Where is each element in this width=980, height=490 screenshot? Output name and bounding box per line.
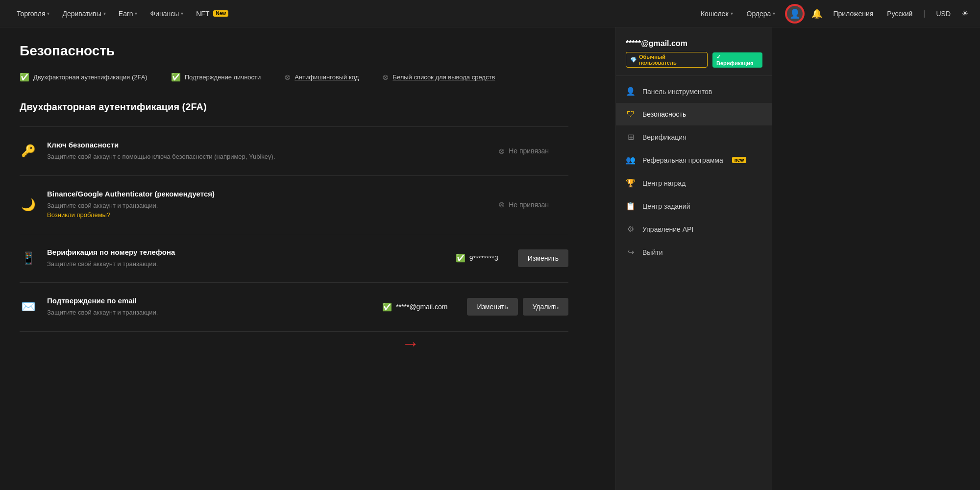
status-whitelist-label[interactable]: Белый список для вывода средств	[392, 74, 495, 81]
chevron-earn: ▾	[135, 11, 137, 16]
nav-orders-label: Ордера	[747, 10, 771, 18]
nav-label-finance: Финансы	[150, 10, 179, 18]
sidebar-item-security[interactable]: 🛡 Безопасность	[616, 103, 772, 125]
sidebar-item-dashboard[interactable]: 👤 Панель инструментов	[616, 80, 772, 103]
security-auth-icon: 🌙	[20, 198, 37, 212]
security-phone-status-icon: ✅	[456, 253, 466, 263]
status-antiphishing-label[interactable]: Антифишинговый код	[294, 74, 359, 81]
status-2fa: ✅ Двухфакторная аутентификация (2FA)	[20, 73, 147, 82]
badge-verification: ✓ Верификация	[712, 52, 762, 68]
nav-item-trading[interactable]: Торговля ▾	[12, 6, 54, 22]
chevron-orders: ▾	[773, 11, 775, 16]
sidebar-item-tasks[interactable]: 📋 Центр заданий	[616, 195, 772, 218]
security-phone-actions: Изменить	[518, 249, 568, 267]
sidebar-badges: 💎 Обычный пользователь ✓ Верификация	[626, 52, 762, 68]
dashboard-icon: 👤	[626, 87, 636, 96]
security-auth-status-label: Не привязан	[509, 201, 549, 209]
verification-icon: ⊞	[626, 132, 636, 142]
sidebar-email-section: *****@gmail.com 💎 Обычный пользователь ✓…	[616, 27, 772, 76]
nav-apps[interactable]: Приложения	[830, 8, 876, 20]
sidebar-item-verification[interactable]: ⊞ Верификация	[616, 125, 772, 148]
notification-bell-icon[interactable]: 🔔	[811, 8, 822, 19]
nav-left: Торговля ▾ Деривативы ▾ Earn ▾ Финансы ▾…	[12, 6, 698, 22]
nav-label-nft: NFT	[196, 10, 209, 18]
shield-icon: 🛡	[626, 110, 636, 119]
phone-change-button[interactable]: Изменить	[518, 249, 568, 267]
security-auth-status-icon: ⊗	[498, 200, 505, 209]
sidebar-item-referral[interactable]: 👥 Реферальная программа new	[616, 148, 772, 172]
security-key-status-icon: ⊗	[498, 147, 505, 156]
avatar-button[interactable]: 👤	[786, 5, 804, 23]
status-whitelist[interactable]: ⊗ Белый список для вывода средств	[382, 73, 495, 82]
main-container: Безопасность ✅ Двухфакторная аутентифика…	[0, 27, 980, 490]
status-whitelist-icon: ⊗	[382, 73, 389, 82]
status-2fa-icon: ✅	[20, 73, 29, 82]
security-key-info: Ключ безопасности Защитите свой аккаунт …	[47, 141, 461, 162]
security-auth-desc: Защитите свой аккаунт и транзакции. Возн…	[47, 201, 461, 220]
nav-item-nft[interactable]: NFT New	[191, 6, 233, 22]
nav-label-earn: Earn	[119, 10, 133, 18]
security-email-status-label: *****@gmail.com	[396, 303, 447, 311]
chevron-trading: ▾	[47, 11, 49, 16]
status-antiphishing[interactable]: ⊗ Антифишинговый код	[284, 73, 359, 82]
nav-language-label: Русский	[887, 10, 912, 18]
security-email-status: ✅ *****@gmail.com	[369, 302, 447, 312]
email-change-button[interactable]: Изменить	[467, 298, 517, 316]
nav-divider: |	[923, 9, 925, 18]
security-email-info: Подтверждение по email Защитите свой акк…	[47, 296, 359, 318]
tasks-icon: 📋	[626, 201, 636, 211]
security-item-auth: 🌙 Binance/Google Authenticator (рекоменд…	[20, 176, 568, 234]
status-antiphishing-icon: ⊗	[284, 73, 291, 82]
email-delete-button[interactable]: Удалить	[523, 298, 568, 316]
sidebar-item-api-label: Управление API	[642, 225, 693, 233]
security-item-email: ✉️ Подтверждение по email Защитите свой …	[20, 283, 568, 332]
badge-user-label: Обычный пользователь	[639, 54, 703, 66]
sidebar-item-api[interactable]: ⚙ Управление API	[616, 218, 772, 241]
security-item-key: 🔑 Ключ безопасности Защитите свой аккаун…	[20, 127, 568, 176]
sidebar-item-verification-label: Верификация	[642, 133, 686, 141]
sidebar-item-tasks-label: Центр заданий	[642, 202, 690, 210]
security-auth-info: Binance/Google Authenticator (рекомендуе…	[47, 190, 461, 220]
security-key-desc: Защитите свой аккаунт с помощью ключа бе…	[47, 152, 461, 162]
security-auth-problem-link[interactable]: Возникли проблемы?	[47, 211, 110, 219]
sidebar-item-logout[interactable]: ↪ Выйти	[616, 241, 772, 264]
rewards-icon: 🏆	[626, 178, 636, 188]
status-identity-icon: ✅	[171, 73, 181, 82]
nav-item-earn[interactable]: Earn ▾	[114, 6, 143, 22]
sidebar-email-text: *****@gmail.com	[626, 39, 762, 48]
sidebar-item-rewards-label: Центр наград	[642, 179, 686, 187]
security-email-status-icon: ✅	[382, 302, 392, 312]
chevron-finance: ▾	[181, 11, 183, 16]
security-key-status-label: Не привязан	[509, 147, 549, 155]
security-email-name: Подтверждение по email	[47, 296, 359, 305]
api-icon: ⚙	[626, 224, 636, 234]
status-bar: ✅ Двухфакторная аутентификация (2FA) ✅ П…	[20, 73, 568, 82]
nav-currency-label: USD	[936, 10, 951, 18]
nav-currency[interactable]: USD	[933, 8, 954, 20]
sidebar-item-referral-label: Реферальная программа	[642, 156, 723, 164]
chevron-derivatives: ▾	[103, 11, 106, 16]
security-phone-status-label: 9********3	[469, 254, 498, 262]
logout-icon: ↪	[626, 247, 636, 257]
nav-orders[interactable]: Ордера ▾	[744, 8, 779, 20]
nav-language[interactable]: Русский	[884, 8, 915, 20]
status-identity: ✅ Подтверждение личности	[171, 73, 261, 82]
nav-item-derivatives[interactable]: Деривативы ▾	[57, 6, 110, 22]
status-identity-label: Подтверждение личности	[185, 74, 261, 81]
security-key-icon: 🔑	[20, 144, 37, 158]
2fa-section-title: Двухфакторная аутентификация (2FA)	[20, 101, 568, 113]
sidebar-menu: 👤 Панель инструментов 🛡 Безопасность ⊞ В…	[616, 76, 772, 268]
referral-icon: 👥	[626, 155, 636, 165]
referral-new-badge: new	[732, 157, 746, 163]
nav-wallet[interactable]: Кошелек ▾	[698, 8, 736, 20]
sidebar-item-rewards[interactable]: 🏆 Центр наград	[616, 172, 772, 195]
security-list: 🔑 Ключ безопасности Защитите свой аккаун…	[20, 126, 568, 332]
theme-toggle-icon[interactable]: ☀	[961, 9, 968, 18]
nav-item-finance[interactable]: Финансы ▾	[145, 6, 188, 22]
security-email-icon: ✉️	[20, 300, 37, 314]
nav-right: Кошелек ▾ Ордера ▾ 👤 🔔 Приложения Русски…	[698, 5, 968, 23]
security-key-name: Ключ безопасности	[47, 141, 461, 149]
security-phone-icon: 📱	[20, 251, 37, 265]
chevron-wallet: ▾	[731, 11, 733, 16]
sidebar-panel: *****@gmail.com 💎 Обычный пользователь ✓…	[615, 27, 772, 490]
